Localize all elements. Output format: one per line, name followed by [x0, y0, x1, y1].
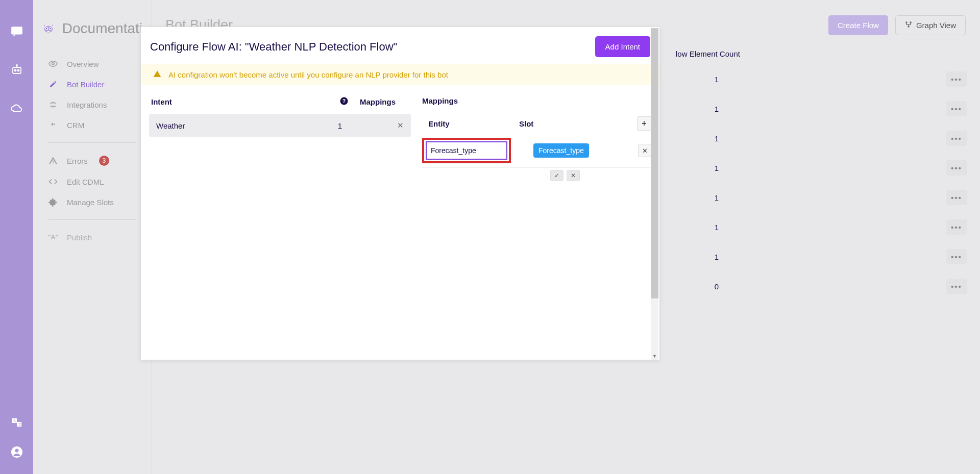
mapping-row: Forecast_type ✕ — [422, 134, 651, 168]
confirm-row: ✓ ✕ — [478, 168, 651, 181]
configure-flow-modal: ▼ Configure Flow AI: "Weather NLP Detect… — [140, 27, 660, 360]
delete-intent-icon[interactable]: ✕ — [394, 121, 404, 130]
mappings-header-label: Mappings — [360, 97, 411, 106]
slot-col-header: Slot — [519, 119, 637, 128]
entity-input-highlight — [422, 138, 511, 163]
modal-body: Intent ? Mappings Weather 1 ✕ Mappings E… — [141, 85, 659, 370]
intent-row[interactable]: Weather 1 ✕ — [149, 114, 411, 137]
add-mapping-button[interactable]: + — [637, 116, 651, 131]
alert-text: AI configration won't become active unti… — [168, 70, 448, 79]
config-alert: AI configration won't become active unti… — [141, 64, 659, 85]
help-icon[interactable]: ? — [339, 96, 349, 107]
confirm-button[interactable]: ✓ — [550, 170, 564, 181]
intent-header-label: Intent — [151, 97, 339, 106]
intents-header: Intent ? Mappings — [149, 92, 411, 114]
mapping-columns: Entity Slot + — [422, 112, 651, 134]
intent-name: Weather — [156, 121, 317, 130]
mappings-section-header: Mappings — [422, 92, 651, 112]
mappings-panel: Mappings Entity Slot + Forecast_type — [419, 85, 659, 370]
intent-mapping-count: 1 — [317, 121, 363, 130]
mappings-title: Mappings — [422, 96, 458, 105]
modal-backdrop: ▼ Configure Flow AI: "Weather NLP Detect… — [0, 0, 980, 474]
slot-chip[interactable]: Forecast_type — [533, 143, 589, 158]
add-intent-button[interactable]: Add Intent — [595, 36, 650, 57]
modal-header: Configure Flow AI: "Weather NLP Detectio… — [141, 27, 659, 64]
entity-col-header: Entity — [425, 119, 519, 128]
modal-title: Configure Flow AI: "Weather NLP Detectio… — [150, 40, 397, 54]
svg-text:?: ? — [342, 98, 346, 104]
cancel-button[interactable]: ✕ — [567, 170, 580, 181]
warning-icon — [153, 70, 161, 80]
delete-mapping-button[interactable]: ✕ — [638, 144, 651, 157]
intents-panel: Intent ? Mappings Weather 1 ✕ — [141, 85, 419, 370]
entity-input[interactable] — [426, 141, 507, 160]
